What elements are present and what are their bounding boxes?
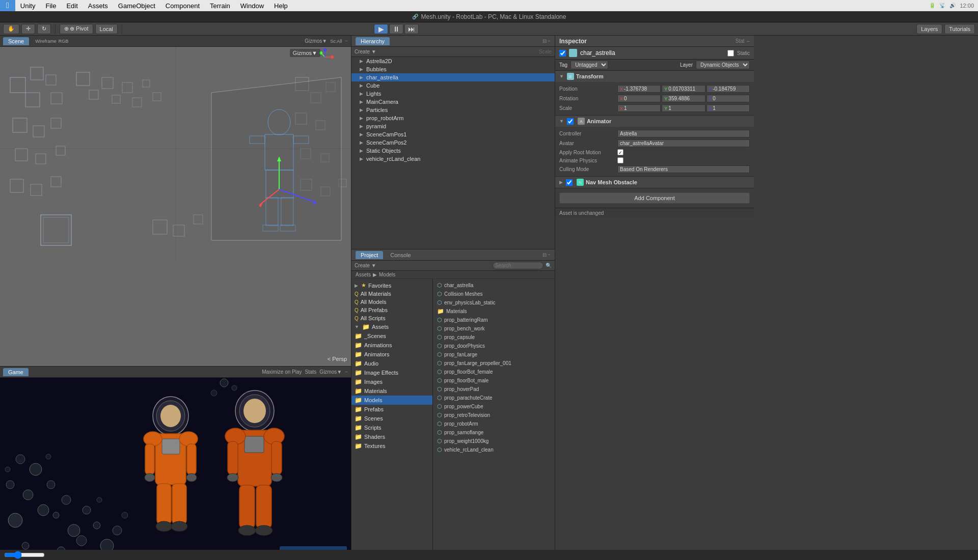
menu-component[interactable]: Component [160, 0, 205, 11]
file-prop-floor-male[interactable]: ⬡ prop_floorBot_male [435, 376, 553, 385]
file-prop-door[interactable]: ⬡ prop_doorPhysics [435, 342, 553, 350]
pos-x-field[interactable]: X -1.376738 [617, 85, 661, 93]
hierarchy-item-scenecampos1[interactable]: ▶ SceneCamPos1 [351, 130, 555, 138]
scale-y-field[interactable]: Y 1 [662, 104, 705, 112]
assets-section[interactable]: ▼ 📁 Assets [351, 322, 432, 331]
hierarchy-item-vehicle[interactable]: ▶ vehicle_rcLand_clean [351, 155, 555, 163]
object-active-toggle[interactable] [559, 50, 566, 57]
avatar-value[interactable]: char_astrellaAvatar [617, 139, 750, 147]
pos-z-field[interactable]: Z -0.184759 [707, 85, 750, 93]
hierarchy-lock[interactable]: ⊟ [542, 38, 547, 44]
project-tab[interactable]: Project [356, 251, 383, 259]
hierarchy-item-lights[interactable]: ▶ Lights [351, 90, 555, 98]
transform-header[interactable]: ▼ ⊞ Transform [555, 71, 754, 82]
folder-textures[interactable]: 📁 Textures [351, 441, 432, 451]
rot-x-field[interactable]: X 0 [617, 95, 661, 102]
file-prop-capsule[interactable]: ⬡ prop_capsule [435, 333, 553, 342]
menu-window[interactable]: Window [235, 0, 269, 11]
fav-all-scripts[interactable]: Q All Scripts [351, 314, 432, 322]
folder-animators[interactable]: 📁 Animators [351, 350, 432, 359]
file-prop-bench[interactable]: ⬡ prop_bench_work [435, 324, 553, 333]
fav-all-materials[interactable]: Q All Materials [351, 290, 432, 298]
add-component-button[interactable]: Add Component [559, 192, 750, 204]
file-prop-hover[interactable]: ⬡ prop_hoverPad [435, 385, 553, 394]
rot-z-field[interactable]: Z 0 [707, 95, 750, 102]
file-prop-robot-arm[interactable]: ⬡ prop_robotArm [435, 419, 553, 428]
nav-mesh-enabled[interactable] [566, 179, 573, 186]
file-vehicle[interactable]: ⬡ vehicle_rcLand_clean [435, 445, 553, 454]
play-button[interactable]: ▶ [374, 24, 388, 34]
project-minimize[interactable]: − [548, 252, 551, 258]
animator-header[interactable]: ▼ A Animator [555, 116, 754, 127]
hierarchy-item-maincamera[interactable]: ▶ MainCamera [351, 98, 555, 106]
pause-button[interactable]: ⏸ [389, 24, 403, 34]
hierarchy-item-static-objects[interactable]: ▶ Static Objects [351, 147, 555, 155]
scene-view[interactable]: Scene Wireframe RGB Gizmos▼ Sc:All − [0, 36, 351, 367]
folder-materials[interactable]: 📁 Materials [351, 386, 432, 396]
culling-value[interactable]: Based On Renderers [617, 165, 750, 173]
hierarchy-item-pyramid[interactable]: ▶ pyramid [351, 122, 555, 130]
gizmos-label[interactable]: Gizmos▼ [290, 49, 320, 57]
fav-all-models[interactable]: Q All Models [351, 298, 432, 306]
game-minimize[interactable]: − [345, 369, 348, 375]
inspector-minimize[interactable]: − [747, 38, 750, 44]
layer-select[interactable]: Dynamic Objects [696, 61, 750, 69]
folder-models[interactable]: 📁 Models [351, 396, 432, 405]
nav-mesh-header[interactable]: ▶ N Nav Mesh Obstacle [555, 177, 754, 188]
folder-image-effects[interactable]: 📁 Image Effects [351, 368, 432, 377]
menu-help[interactable]: Help [269, 0, 293, 11]
menu-assets[interactable]: Assets [83, 0, 113, 11]
hierarchy-item-bubbles[interactable]: ▶ Bubbles [351, 65, 555, 73]
stats-btn[interactable]: Stats [305, 369, 317, 375]
folder-images[interactable]: 📁 Images [351, 377, 432, 386]
favorites-section[interactable]: ▶ ★ Favorites [351, 281, 432, 290]
file-prop-fan[interactable]: ⬡ prop_fanLarge [435, 350, 553, 359]
scene-minimize[interactable]: − [345, 38, 348, 44]
menu-unity[interactable]: Unity [15, 0, 41, 11]
folder-scenes[interactable]: 📁 _Scenes [351, 331, 432, 341]
folder-animations[interactable]: 📁 Animations [351, 341, 432, 350]
file-prop-power[interactable]: ⬡ prop_powerCube [435, 402, 553, 411]
hierarchy-item-prop-robotarm[interactable]: ▶ prop_robotArm [351, 114, 555, 122]
hierarchy-item-particles[interactable]: ▶ Particles [351, 106, 555, 114]
file-materials[interactable]: 📁 Materials [435, 307, 553, 316]
project-lock[interactable]: ⊟ [542, 252, 547, 258]
console-tab[interactable]: Console [385, 251, 416, 259]
scene-tab[interactable]: Scene [3, 37, 29, 45]
menu-file[interactable]: File [40, 0, 61, 11]
pivot-button[interactable]: ⊕ ⊕ Pivot [60, 24, 93, 34]
folder-scenes2[interactable]: 📁 Scenes [351, 414, 432, 423]
file-prop-weight[interactable]: ⬡ prop_weight1000kg [435, 437, 553, 445]
project-create-btn[interactable]: Create ▼ [355, 263, 376, 268]
hierarchy-item-char-astrella[interactable]: ▶ char_astrella [351, 73, 555, 81]
tag-select[interactable]: Untagged [570, 61, 608, 69]
menu-gameobject[interactable]: GameObject [113, 0, 160, 11]
project-search[interactable] [493, 262, 544, 269]
search-icon[interactable]: 🔍 [546, 263, 552, 268]
step-button[interactable]: ⏭ [404, 24, 419, 34]
pos-y-field[interactable]: Y 0.01703311 [662, 85, 705, 93]
layers-button[interactable]: Layers [916, 24, 942, 34]
apply-root-check[interactable] [617, 149, 623, 155]
tutorials-button[interactable]: Tutorials [944, 24, 975, 34]
file-prop-samo[interactable]: ⬡ prop_samoflange [435, 428, 553, 437]
local-button[interactable]: Local [95, 24, 118, 34]
hierarchy-minimize[interactable]: − [548, 38, 551, 44]
file-prop-battering[interactable]: ⬡ prop_batteringRam [435, 316, 553, 324]
fav-all-prefabs[interactable]: Q All Prefabs [351, 306, 432, 314]
zoom-slider[interactable] [4, 551, 45, 559]
rotate-tool[interactable]: ↻ [37, 24, 51, 34]
rot-y-field[interactable]: Y 359.4886 [662, 95, 705, 102]
scale-x-field[interactable]: X 1 [617, 104, 661, 112]
folder-shaders[interactable]: 📁 Shaders [351, 432, 432, 441]
maximize-play-btn[interactable]: Maximize on Play [262, 369, 302, 375]
breadcrumb-assets[interactable]: Assets [356, 272, 371, 277]
animate-physics-check[interactable] [617, 157, 623, 163]
animator-enabled[interactable] [567, 118, 574, 125]
file-char-astrella[interactable]: ⬡ char_astrella [435, 281, 553, 290]
static-toggle[interactable] [727, 50, 734, 57]
hierarchy-item-cube[interactable]: ▶ Cube [351, 81, 555, 90]
object-name[interactable]: char_astrella [580, 49, 724, 57]
gizmos-btn[interactable]: Gizmos▼ [305, 38, 327, 44]
menu-edit[interactable]: Edit [61, 0, 83, 11]
